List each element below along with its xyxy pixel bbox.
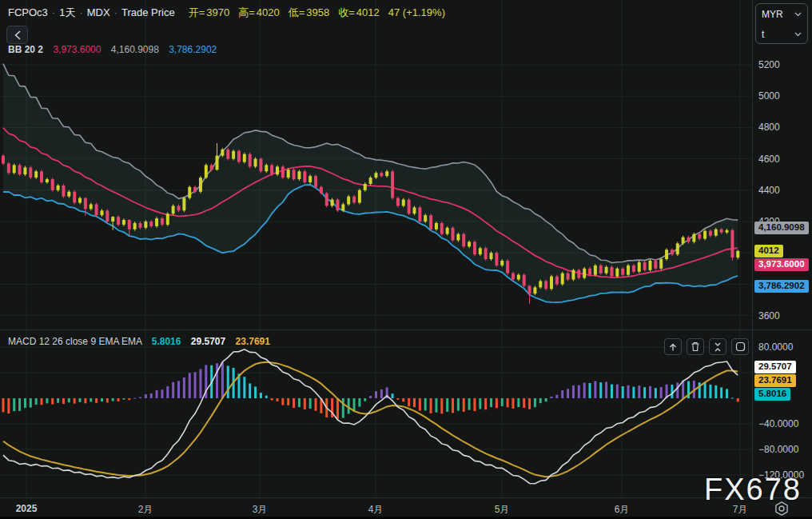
- time-axis-label: 2月: [138, 503, 153, 517]
- time-axis-label: 5月: [495, 503, 510, 517]
- open-label: 开=: [189, 6, 205, 18]
- price-axis-tick: 5000: [758, 90, 780, 102]
- close-label: 收=: [338, 6, 355, 18]
- low-label: 低=: [289, 6, 305, 18]
- chevron-down-icon: [794, 12, 802, 17]
- macd-hist-value: 5.8016: [152, 336, 181, 347]
- price-axis-tick: 4800: [758, 122, 780, 133]
- bb-upper-value: 4,160.9098: [111, 44, 159, 55]
- chevron-down-icon: [794, 32, 802, 37]
- open-value: 3970: [206, 6, 229, 18]
- bb-lower-value: 3,786.2902: [169, 44, 217, 55]
- price-badge: 23.7691: [754, 374, 796, 387]
- price-badge: 4012: [754, 245, 783, 258]
- price-badge: 3,973.6000: [754, 258, 809, 271]
- separator-dot: ·: [52, 6, 55, 18]
- macd-axis-tick: −120.0000: [758, 469, 804, 481]
- symbol-header: FCPOc3·1天·MDX·Trade Price开=3970高=4020低=3…: [8, 6, 447, 20]
- bb-mid-value: 3,973.6000: [53, 44, 101, 55]
- move-pane-up-button[interactable]: [664, 338, 682, 355]
- price-axis-tick: 4400: [758, 185, 780, 196]
- price-badge: 29.5707: [754, 361, 796, 373]
- price-badge: 5.8016: [754, 388, 790, 401]
- maximize-icon: [735, 341, 746, 352]
- high-label: 高=: [238, 6, 255, 18]
- macd-title: MACD 12 26 close 9 EMA EMA: [8, 336, 141, 347]
- back-button[interactable]: [6, 26, 28, 44]
- series-type-label: Trade Price: [121, 6, 175, 18]
- timezone-settings-icon[interactable]: [773, 500, 790, 519]
- macd-axis-tick: −80.0000: [758, 444, 798, 455]
- exchange-label: MDX: [87, 6, 110, 18]
- chevron-left-icon: [14, 30, 22, 40]
- time-axis-label: 3月: [253, 503, 268, 517]
- arrow-up-icon: [668, 342, 678, 352]
- ohlc-values: 开=3970高=4020低=3958收=401247 (+1.19%): [183, 6, 447, 18]
- macd-line-value: 29.5707: [191, 336, 225, 347]
- unit-value: t: [762, 29, 764, 40]
- price-axis-tick: 3600: [758, 310, 780, 321]
- bb-title: BB 20 2: [8, 44, 43, 55]
- separator-dot: ·: [79, 6, 82, 18]
- time-axis-label: 7月: [733, 503, 748, 517]
- bb-indicator-legend: BB 20 2 3,973.6000 4,160.9098 3,786.2902: [8, 44, 217, 55]
- trash-icon: [691, 341, 700, 352]
- currency-selector[interactable]: MYR: [756, 4, 807, 24]
- macd-axis-tick: −40.0000: [758, 418, 798, 429]
- collapse-icon: [713, 341, 722, 353]
- maximize-pane-button[interactable]: [731, 338, 749, 355]
- close-value: 4012: [356, 6, 380, 18]
- pane-divider[interactable]: [0, 329, 812, 330]
- price-scale[interactable]: 520050004800460044004200360080.0000−40.0…: [752, 0, 812, 497]
- chart-window: FCPOc3·1天·MDX·Trade Price开=3970高=4020低=3…: [0, 0, 812, 519]
- pane-controls: [664, 338, 749, 355]
- delete-pane-button[interactable]: [687, 338, 704, 355]
- currency-value: MYR: [762, 9, 783, 20]
- currency-unit-widget: MYR t: [755, 3, 808, 44]
- price-axis-tick: 4600: [758, 154, 780, 165]
- time-axis-label: 4月: [368, 503, 384, 517]
- time-scale[interactable]: 20252月3月4月5月6月7月: [0, 497, 812, 519]
- hexagon-gear-icon: [773, 500, 790, 517]
- separator-dot: ·: [114, 6, 117, 18]
- unit-selector[interactable]: t: [756, 24, 807, 44]
- macd-signal-value: 23.7691: [236, 336, 270, 347]
- chart-canvas[interactable]: [0, 0, 812, 519]
- interval-label: 1天: [59, 6, 75, 18]
- change-value: 47 (+1.19%): [388, 6, 445, 18]
- macd-axis-tick: 80.0000: [758, 341, 793, 353]
- price-badge: 4,160.9098: [754, 222, 809, 234]
- macd-indicator-legend: MACD 12 26 close 9 EMA EMA 5.8016 29.570…: [8, 336, 270, 347]
- low-value: 3958: [306, 6, 329, 18]
- high-value: 4020: [257, 6, 280, 18]
- collapse-pane-button[interactable]: [709, 338, 726, 355]
- symbol-name: FCPOc3: [8, 6, 48, 18]
- price-badge: 3,786.2902: [754, 280, 809, 293]
- time-axis-label: 6月: [615, 503, 630, 517]
- price-axis-tick: 5200: [758, 59, 780, 70]
- time-axis-label: 2025: [16, 503, 38, 514]
